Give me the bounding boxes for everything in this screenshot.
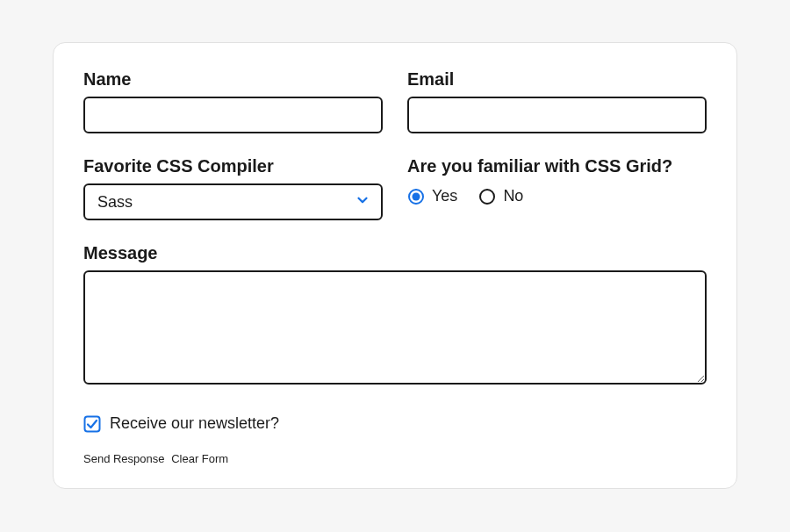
name-label: Name bbox=[83, 69, 383, 90]
grid-familiar-group: Are you familiar with CSS Grid? Yes No bbox=[407, 156, 707, 220]
submit-button[interactable]: Send Response bbox=[83, 452, 165, 465]
form-grid: Name Email Favorite CSS Compiler Sass Ar bbox=[83, 69, 707, 385]
radio-selected-icon bbox=[407, 188, 425, 205]
email-label: Email bbox=[407, 69, 707, 90]
radio-item-yes[interactable]: Yes bbox=[407, 187, 457, 205]
radio-yes-label: Yes bbox=[432, 187, 457, 205]
reset-button[interactable]: Clear Form bbox=[171, 452, 228, 465]
name-input[interactable] bbox=[83, 97, 383, 133]
form-card: Name Email Favorite CSS Compiler Sass Ar bbox=[53, 42, 737, 489]
checkbox-checked-icon bbox=[83, 415, 101, 433]
svg-point-2 bbox=[480, 190, 494, 204]
compiler-label: Favorite CSS Compiler bbox=[83, 156, 383, 176]
message-field-group: Message bbox=[83, 243, 707, 385]
name-field-group: Name bbox=[83, 69, 383, 133]
radio-no-label: No bbox=[503, 187, 523, 205]
radio-unselected-icon bbox=[478, 188, 496, 205]
newsletter-label: Receive our newsletter? bbox=[110, 414, 279, 433]
compiler-field-group: Favorite CSS Compiler Sass bbox=[83, 156, 383, 220]
message-label: Message bbox=[83, 243, 707, 263]
email-field-group: Email bbox=[407, 69, 707, 133]
form-actions: Send Response Clear Form bbox=[83, 452, 707, 465]
grid-familiar-radio-row: Yes No bbox=[407, 183, 707, 205]
grid-familiar-label: Are you familiar with CSS Grid? bbox=[407, 156, 707, 176]
newsletter-row[interactable]: Receive our newsletter? bbox=[83, 414, 707, 433]
email-input[interactable] bbox=[407, 97, 707, 133]
svg-point-1 bbox=[413, 192, 420, 200]
compiler-select-wrap: Sass bbox=[83, 183, 383, 220]
message-textarea[interactable] bbox=[83, 270, 707, 385]
compiler-select[interactable]: Sass bbox=[83, 183, 383, 220]
radio-item-no[interactable]: No bbox=[478, 187, 523, 205]
